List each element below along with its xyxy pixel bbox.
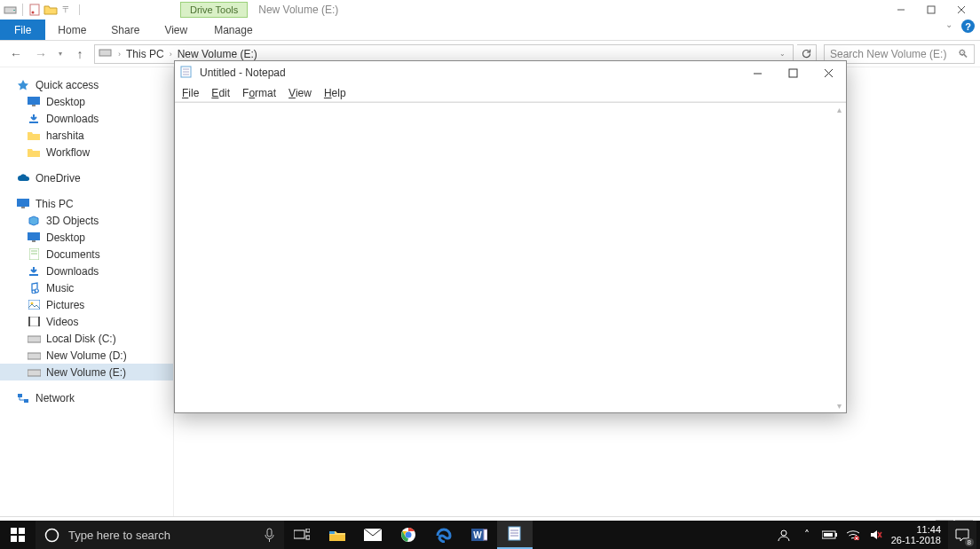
nav-downloads[interactable]: Downloads xyxy=(0,110,173,127)
nav-local-disk-c[interactable]: Local Disk (C:) xyxy=(0,330,173,347)
tab-view[interactable]: View xyxy=(152,20,200,40)
up-button[interactable]: ↑ xyxy=(69,47,91,61)
scrollbar[interactable]: ▴ ▾ xyxy=(832,103,846,412)
notification-badge: 8 xyxy=(965,538,974,546)
breadcrumb-this-pc[interactable]: This PC xyxy=(126,48,164,60)
chevron-right-icon[interactable]: › xyxy=(118,50,121,59)
taskbar-search-placeholder: Type here to search xyxy=(68,529,170,542)
notepad-titlebar[interactable]: Untitled - Notepad xyxy=(175,61,846,84)
notepad-minimize-button[interactable] xyxy=(739,61,775,84)
drive-tools-tab[interactable]: Drive Tools xyxy=(180,2,248,18)
taskbar-word[interactable]: W xyxy=(462,521,497,549)
back-button[interactable]: ← xyxy=(5,47,27,61)
svg-rect-18 xyxy=(28,300,40,310)
close-button[interactable] xyxy=(948,1,975,19)
svg-rect-5 xyxy=(928,6,935,13)
search-icon[interactable]: 🔍︎ xyxy=(958,48,968,60)
properties-icon[interactable] xyxy=(28,3,42,17)
maximize-button[interactable] xyxy=(918,1,944,19)
taskbar-edge[interactable] xyxy=(426,521,462,549)
breadcrumb-dropdown-icon[interactable]: ⌄ xyxy=(779,50,786,58)
svg-rect-22 xyxy=(38,317,40,326)
breadcrumb-volume[interactable]: New Volume (E:) xyxy=(178,48,257,60)
menu-format[interactable]: Format xyxy=(242,87,276,99)
nav-harshita[interactable]: harshita xyxy=(0,127,173,144)
taskbar: Type here to search W ˄ 11:44 26-11-2018… xyxy=(0,521,980,549)
svg-rect-25 xyxy=(28,370,41,376)
tab-share[interactable]: Share xyxy=(99,20,152,40)
svg-rect-14 xyxy=(32,240,36,242)
tray-chevron-up-icon[interactable]: ˄ xyxy=(799,529,815,541)
scroll-up-icon[interactable]: ▴ xyxy=(837,105,842,114)
menu-view[interactable]: View xyxy=(288,87,312,99)
svg-rect-12 xyxy=(21,207,25,208)
tab-file[interactable]: File xyxy=(0,20,45,40)
notepad-window[interactable]: Untitled - Notepad File Edit Format View… xyxy=(174,60,847,413)
forward-button[interactable]: → xyxy=(30,47,51,61)
notepad-maximize-button[interactable] xyxy=(775,61,810,84)
mic-icon[interactable] xyxy=(264,528,275,543)
nav-desktop[interactable]: Desktop xyxy=(0,93,173,110)
svg-rect-26 xyxy=(18,394,22,397)
svg-point-56 xyxy=(406,532,412,538)
people-icon[interactable] xyxy=(776,529,792,541)
new-folder-icon[interactable] xyxy=(43,3,58,17)
svg-rect-49 xyxy=(294,530,304,538)
nav-desktop-pc[interactable]: Desktop xyxy=(0,229,173,246)
action-center-button[interactable]: 8 xyxy=(948,521,976,549)
notepad-icon xyxy=(180,66,194,80)
taskbar-chrome[interactable] xyxy=(391,521,426,549)
system-tray: ˄ 11:44 26-11-2018 8 xyxy=(776,521,980,549)
nav-workflow[interactable]: Workflow xyxy=(0,144,173,161)
ribbon-expand-icon[interactable]: ⌄ xyxy=(945,20,952,40)
taskbar-search[interactable]: Type here to search xyxy=(36,521,284,549)
nav-volume-e[interactable]: New Volume (E:) xyxy=(0,364,173,380)
star-icon xyxy=(16,78,30,92)
nav-onedrive[interactable]: OneDrive xyxy=(0,169,173,186)
taskbar-notepad[interactable] xyxy=(497,521,533,549)
svg-rect-23 xyxy=(28,336,41,342)
start-button[interactable] xyxy=(0,528,36,542)
history-dropdown-icon[interactable]: ▾ xyxy=(59,50,62,58)
scroll-down-icon[interactable]: ▾ xyxy=(837,401,842,411)
tab-manage[interactable]: Manage xyxy=(202,20,265,40)
qat-customize-icon[interactable]: 〒 xyxy=(59,3,74,17)
notepad-text-area[interactable]: ▴ ▾ xyxy=(175,102,846,412)
cloud-icon xyxy=(16,171,30,185)
battery-icon[interactable] xyxy=(822,530,838,539)
notepad-close-button[interactable] xyxy=(810,61,846,84)
nav-videos[interactable]: Videos xyxy=(0,313,173,330)
chevron-right-icon[interactable]: › xyxy=(170,50,172,59)
nav-music[interactable]: Music xyxy=(0,279,173,296)
nav-pictures[interactable]: Pictures xyxy=(0,296,173,313)
clock[interactable]: 11:44 26-11-2018 xyxy=(891,524,941,545)
tab-home[interactable]: Home xyxy=(45,20,99,40)
volume-icon[interactable] xyxy=(868,529,884,540)
nav-3d-objects[interactable]: 3D Objects xyxy=(0,212,173,229)
svg-rect-24 xyxy=(28,353,41,359)
pc-icon xyxy=(16,197,30,211)
menu-help[interactable]: Help xyxy=(324,87,346,99)
nav-quick-access[interactable]: Quick access xyxy=(0,76,173,93)
drive-icon xyxy=(27,365,41,380)
taskbar-explorer[interactable] xyxy=(320,521,355,549)
menu-file[interactable]: File xyxy=(182,87,199,99)
nav-downloads-pc[interactable]: Downloads xyxy=(0,263,173,279)
minimize-button[interactable] xyxy=(888,1,914,19)
nav-this-pc[interactable]: This PC xyxy=(0,195,173,212)
svg-rect-21 xyxy=(28,317,30,326)
drive-icon xyxy=(27,332,41,346)
search-placeholder: Search New Volume (E:) xyxy=(830,48,946,60)
svg-rect-13 xyxy=(28,232,40,240)
svg-rect-51 xyxy=(306,536,310,539)
menu-edit[interactable]: Edit xyxy=(211,87,230,99)
taskbar-mail[interactable] xyxy=(355,521,391,549)
nav-documents[interactable]: Documents xyxy=(0,246,173,263)
help-icon[interactable]: ? xyxy=(961,20,975,33)
nav-volume-d[interactable]: New Volume (D:) xyxy=(0,347,173,364)
navigation-pane: Quick access Desktop Downloads harshita … xyxy=(0,67,174,516)
wifi-icon[interactable] xyxy=(845,529,861,540)
task-view-button[interactable] xyxy=(284,521,320,549)
nav-network[interactable]: Network xyxy=(0,389,173,406)
download-icon xyxy=(27,112,41,126)
